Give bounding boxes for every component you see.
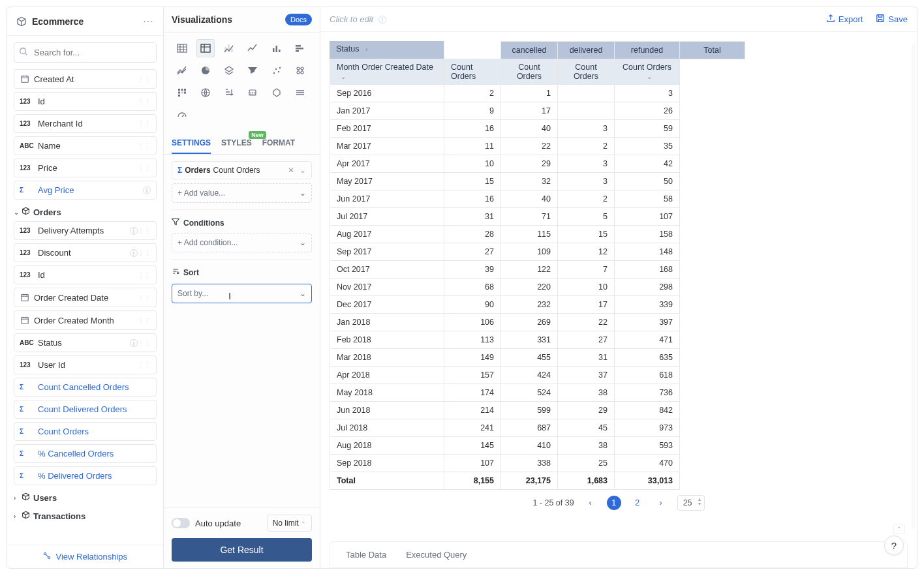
viz-type-4[interactable] <box>268 39 286 57</box>
tab-styles[interactable]: STYLES New <box>221 133 252 154</box>
field-id[interactable]: 123 Id ⋮⋮ <box>14 92 157 111</box>
count-orders-header[interactable]: Count Orders <box>558 59 615 85</box>
group-header-users[interactable]: › Users <box>14 489 157 507</box>
field-name[interactable]: ABC Name ⋮⋮ <box>14 136 157 155</box>
viz-type-14[interactable] <box>220 83 238 102</box>
measure--delivered-orders[interactable]: Σ % Delivered Orders <box>14 466 157 485</box>
group-header-orders[interactable]: ⌄ Orders <box>14 203 157 221</box>
measure--cancelled-orders[interactable]: Σ % Cancelled Orders <box>14 444 157 463</box>
export-button[interactable]: Export <box>826 14 863 25</box>
count-orders-header[interactable]: Count Orders <box>444 59 501 85</box>
chevron-down-icon[interactable]: ⌄ <box>300 166 306 175</box>
chevron-down-icon[interactable]: ⌄ <box>341 73 346 80</box>
viz-type-5[interactable] <box>291 39 309 57</box>
drag-handle-icon[interactable]: ⋮⋮ <box>138 227 151 234</box>
tab-executed-query[interactable]: Executed Query <box>406 550 467 560</box>
viz-type-7[interactable] <box>196 61 215 80</box>
field-id[interactable]: 123 Id ⋮⋮ <box>14 265 157 284</box>
viz-type-16[interactable] <box>268 83 286 102</box>
chevron-right-icon[interactable]: › <box>365 46 367 53</box>
drag-handle-icon[interactable]: ⋮⋮ <box>138 317 151 324</box>
tab-format[interactable]: FORMAT <box>262 133 295 154</box>
drag-handle-icon[interactable]: ⋮⋮ <box>138 142 151 149</box>
drag-handle-icon[interactable]: ⋮⋮ <box>138 120 151 127</box>
viz-type-12[interactable] <box>173 83 191 102</box>
page-next[interactable]: › <box>654 496 668 510</box>
field-order created month[interactable]: Order Created Month ⋮⋮ <box>14 310 157 330</box>
field-discount[interactable]: 123 Discount i ⋮⋮ <box>14 243 157 262</box>
drag-handle-icon[interactable]: ⋮⋮ <box>138 98 151 105</box>
auto-update-toggle[interactable] <box>172 518 190 528</box>
remove-value-icon[interactable]: ✕ <box>288 166 294 175</box>
group-header-transactions[interactable]: › Transactions <box>14 507 157 525</box>
field-merchant id[interactable]: 123 Merchant Id ⋮⋮ <box>14 114 157 133</box>
field-price[interactable]: 123 Price ⋮⋮ <box>14 158 157 177</box>
status-col-total[interactable]: Total <box>680 42 745 59</box>
scrollbar[interactable] <box>912 44 916 529</box>
status-header[interactable]: Status <box>336 44 359 53</box>
measure-count-cancelled-orders[interactable]: Σ Count Cancelled Orders <box>14 378 157 397</box>
viz-type-6[interactable] <box>173 61 191 80</box>
add-value-button[interactable]: + Add value... ⌄ <box>172 183 312 203</box>
sort-by-input[interactable]: Sort by... ⌄ I <box>172 284 312 303</box>
drag-handle-icon[interactable]: ⋮⋮ <box>138 339 151 346</box>
status-col-delivered[interactable]: delivered <box>558 42 615 59</box>
viz-type-11[interactable] <box>291 61 309 80</box>
status-col-cancelled[interactable]: cancelled <box>501 42 558 59</box>
month-header[interactable]: Month Order Created Date <box>337 63 433 72</box>
viz-type-10[interactable] <box>268 61 286 80</box>
drag-handle-icon[interactable]: ⋮⋮ <box>138 76 151 83</box>
sort-header: Sort <box>172 259 312 282</box>
measure-avg-price[interactable]: Σ Avg Price i <box>14 181 157 200</box>
sidebar-more-icon[interactable]: ⋯ <box>143 15 154 27</box>
search-input[interactable] <box>14 42 157 63</box>
drag-handle-icon[interactable]: ⋮⋮ <box>138 361 151 369</box>
field-order created date[interactable]: Order Created Date ⋮⋮ <box>14 288 157 307</box>
help-button[interactable]: ? <box>884 535 904 555</box>
page-2[interactable]: 2 <box>630 496 645 510</box>
page-prev[interactable]: ‹ <box>583 496 598 510</box>
field-status[interactable]: ABC Status i ⋮⋮ <box>14 333 157 352</box>
viz-type-18[interactable] <box>173 106 191 124</box>
drag-handle-icon[interactable]: ⋮⋮ <box>138 271 151 278</box>
viz-type-15[interactable]: 123 <box>243 83 262 102</box>
save-button[interactable]: Save <box>876 14 908 25</box>
viz-type-1[interactable] <box>196 39 215 57</box>
get-result-button[interactable]: Get Result <box>172 538 312 562</box>
viz-type-17[interactable] <box>291 83 309 102</box>
tab-settings[interactable]: SETTINGS <box>172 133 211 154</box>
value-chip[interactable]: Σ Orders Count Orders ✕ ⌄ <box>172 161 312 179</box>
drag-handle-icon[interactable]: ⋮⋮ <box>138 249 151 256</box>
table-row: Apr 2018 157 424 37 618 <box>330 367 745 384</box>
count-orders-header[interactable]: Count Orders <box>501 59 558 85</box>
add-condition-button[interactable]: + Add condition... ⌄ <box>172 233 312 252</box>
field-user id[interactable]: 123 User Id ⋮⋮ <box>14 355 157 374</box>
measure-count-orders[interactable]: Σ Count Orders <box>14 422 157 441</box>
page-1[interactable]: 1 <box>607 496 621 510</box>
drag-handle-icon[interactable]: ⋮⋮ <box>138 164 151 172</box>
viz-type-2[interactable] <box>220 39 238 57</box>
page-size-select[interactable]: 25 ▴▾ <box>677 495 705 511</box>
field-label: Status <box>38 338 127 348</box>
chevron-down-icon[interactable]: ⌄ <box>647 73 652 80</box>
drag-handle-icon[interactable]: ⋮⋮ <box>138 294 151 301</box>
status-col-refunded[interactable]: refunded <box>615 42 680 59</box>
viz-type-9[interactable] <box>243 61 262 80</box>
viz-type-0[interactable] <box>173 39 191 57</box>
limit-select[interactable]: No limit ⌃ <box>267 515 312 532</box>
viz-type-13[interactable] <box>196 83 215 102</box>
field-delivery attempts[interactable]: 123 Delivery Attempts i ⋮⋮ <box>14 221 157 240</box>
viz-type-8[interactable] <box>220 61 238 80</box>
click-to-edit[interactable]: Click to edit i <box>330 14 386 24</box>
docs-badge[interactable]: Docs <box>285 14 312 25</box>
measure-count-delivered-orders[interactable]: Σ Count Delivered Orders <box>14 400 157 419</box>
tab-table-data[interactable]: Table Data <box>346 550 386 560</box>
viz-type-3[interactable] <box>243 39 262 57</box>
svg-rect-13 <box>296 50 299 52</box>
field-created at[interactable]: Created At ⋮⋮ <box>14 69 157 89</box>
export-icon <box>826 14 835 25</box>
count-orders-header[interactable]: Count Orders ⌄ <box>615 59 680 85</box>
view-relationships-link[interactable]: View Relationships <box>43 552 127 562</box>
table-row: Oct 2017 39 122 7 168 <box>330 261 745 278</box>
collapse-up-icon[interactable]: ⌃ <box>893 524 905 534</box>
